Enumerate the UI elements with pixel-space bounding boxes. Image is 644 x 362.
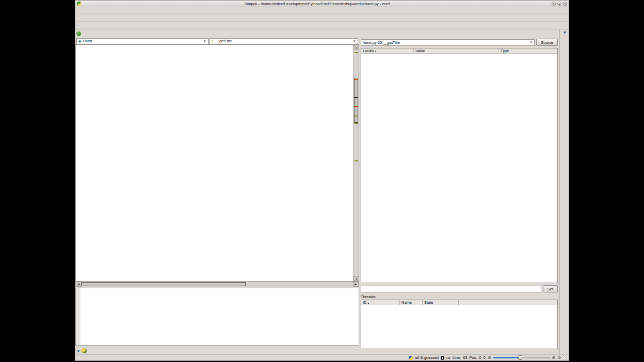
name-column-header[interactable]: Name <box>400 300 423 305</box>
eric5-window: Simpok - /home/detlev/Development/Python… <box>75 0 569 361</box>
editor-tabbar <box>75 29 359 38</box>
stack-frame-value: hand.py:63:__getTitle <box>363 40 400 45</box>
zoom-value: 0 <box>484 355 486 360</box>
zoom-reset-icon[interactable]: ⊙ <box>557 355 561 360</box>
code-editor[interactable]: ▲ ▼ <box>75 44 359 282</box>
locals-table[interactable]: Locals▾ Value Type <box>361 48 558 283</box>
titlebar[interactable]: Simpok - /home/detlev/Development/Python… <box>75 1 569 7</box>
locals-header[interactable]: Locals▾ Value Type <box>361 48 557 54</box>
method-combo-value: __getTitle <box>215 39 232 43</box>
variable-filter-row: Set <box>359 283 559 292</box>
type-column-header[interactable]: Type <box>499 48 557 53</box>
stack-frame-row: hand.py:63:__getTitle ▼ Source <box>359 38 559 47</box>
filter-input[interactable] <box>361 286 541 292</box>
class-icon: ◆ <box>78 39 81 43</box>
minimize-button-icon[interactable]: ▾ <box>552 2 556 6</box>
scroll-thumb[interactable] <box>82 282 246 286</box>
scroll-down-icon[interactable]: ▼ <box>353 276 359 281</box>
scroll-up-icon[interactable]: ▲ <box>353 45 359 50</box>
toolbar-debug <box>75 22 569 30</box>
threads-label: Threads: <box>359 292 559 300</box>
stack-frame-combo[interactable]: hand.py:63:__getTitle ▼ <box>361 39 535 46</box>
class-combo-value: Hand <box>83 39 92 43</box>
debug-viewer-tabs <box>359 29 559 38</box>
python-icon <box>409 356 413 360</box>
statusbar: utf-8-guessed rw Line: 63 Pos: 0 0 ⊖ ⊕ ⊙ <box>75 354 569 360</box>
right-sidebar: ▼ <box>559 29 570 355</box>
shell-line-numbers <box>76 288 81 345</box>
menubar <box>75 7 569 13</box>
id-column-header[interactable]: ID <box>363 300 367 305</box>
main-area: ◆ Hand ▼ ƒ __getTitle ▼ ▲ ▼ <box>75 29 570 355</box>
editor-hscrollbar[interactable]: ◀ ▶ <box>75 282 359 287</box>
zoom-in-icon[interactable]: ⊕ <box>552 355 556 360</box>
line-label: Line: <box>453 355 461 360</box>
pos-value: 0 <box>479 355 481 360</box>
shell-panel[interactable] <box>75 288 359 345</box>
shell-output[interactable] <box>81 288 359 345</box>
pos-label: Pos: <box>470 355 477 360</box>
eric-icon[interactable] <box>82 348 87 353</box>
encoding-indicator[interactable]: utf-8-guessed <box>415 355 439 360</box>
line-value: 63 <box>463 355 467 360</box>
chevron-down-icon: ▼ <box>529 41 533 44</box>
window-buttons: ▾ ▴ ✕ <box>552 2 567 6</box>
filter-icon[interactable]: ▼ <box>76 349 81 354</box>
permission-indicator[interactable]: rw <box>446 355 450 360</box>
method-combo[interactable]: ƒ __getTitle ▼ <box>210 38 358 44</box>
breadcrumb: ◆ Hand ▼ ƒ __getTitle ▼ <box>75 38 359 44</box>
eol-linux-icon[interactable] <box>441 356 444 360</box>
scroll-right-icon[interactable]: ▶ <box>353 282 359 287</box>
locals-column-header[interactable]: Locals <box>363 48 374 53</box>
window-title: Simpok - /home/detlev/Development/Python… <box>83 2 552 6</box>
class-combo[interactable]: ◆ Hand ▼ <box>76 38 208 44</box>
method-icon: ƒ <box>212 39 214 43</box>
app-icon <box>77 2 81 6</box>
threads-header[interactable]: ID▴ Name State <box>361 300 557 305</box>
maximize-button-icon[interactable]: ▴ <box>557 2 561 6</box>
source-button[interactable]: Source <box>536 39 558 46</box>
toolbar-file <box>75 13 569 22</box>
editor-column: ◆ Hand ▼ ƒ __getTitle ▼ ▲ ▼ <box>75 29 359 355</box>
threads-table[interactable]: ID▴ Name State <box>361 300 558 349</box>
resize-grip[interactable] <box>563 355 567 360</box>
zoom-slider[interactable] <box>493 357 550 358</box>
set-button[interactable]: Set <box>543 285 558 292</box>
editor-vscrollbar[interactable]: ▲ ▼ <box>353 45 359 281</box>
state-column-header[interactable]: State <box>423 300 459 305</box>
scroll-left-icon[interactable]: ◀ <box>76 282 82 287</box>
chevron-down-icon: ▼ <box>353 40 356 43</box>
close-button-icon[interactable]: ✕ <box>563 2 567 6</box>
value-column-header[interactable]: Value <box>414 48 499 53</box>
tab-nav-icon[interactable] <box>76 31 81 36</box>
chevron-down-icon: ▼ <box>203 40 206 43</box>
zoom-out-icon[interactable]: ⊖ <box>488 355 491 360</box>
debug-viewer-panel: hand.py:63:__getTitle ▼ Source Locals▾ V… <box>359 29 559 355</box>
filter-icon[interactable]: ▼ <box>563 30 567 35</box>
